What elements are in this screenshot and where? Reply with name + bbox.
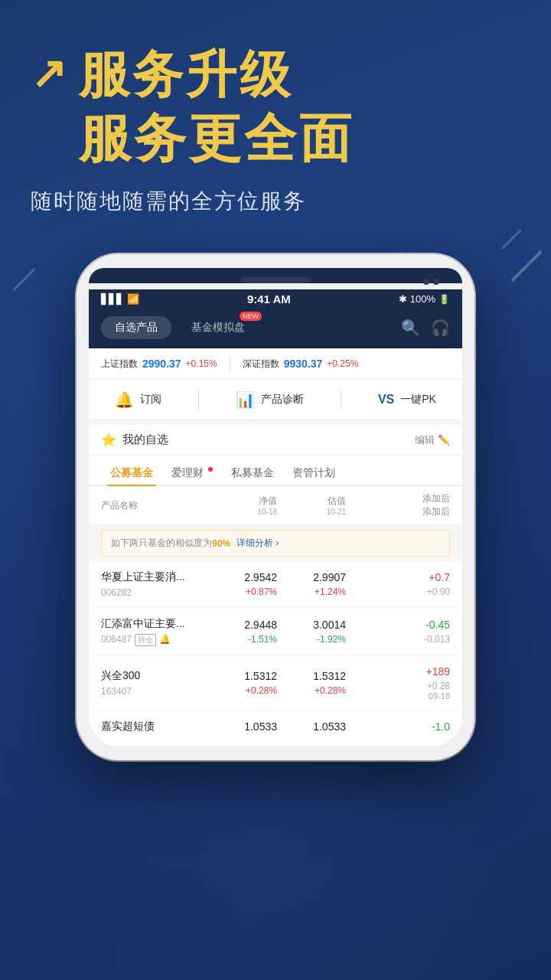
fund-info: 嘉实超短债 <box>101 720 208 737</box>
phone-speaker <box>241 277 310 283</box>
edit-icon: ✏️ <box>438 434 450 446</box>
phone-mockup: ▋▋▋ 📶 9:41 AM ✱ 100% 🔋 自选产品 基金模拟盘 NEW <box>61 254 490 760</box>
fund-row[interactable]: 汇添富中证主要... 006487持仓🔔 2.9448 -1.51% 3.001… <box>89 608 462 656</box>
action-row: 🔔 订阅 📊 产品诊断 VS 一键PK <box>89 380 462 420</box>
ticker-shanghai: 上证指数 2990.37 +0.15% <box>101 358 217 371</box>
wifi-icon: 📶 <box>127 293 139 305</box>
vs-icon: VS <box>378 393 394 407</box>
fund-row[interactable]: 华夏上证主要消... 006282 2.9542 +0.87% 2.9907 +… <box>89 561 462 608</box>
similarity-detail-link[interactable]: 详细分析 › <box>236 537 279 550</box>
fund-nav: 2.9542 +0.87% <box>208 571 277 597</box>
watchlist-icon: ⭐ <box>101 433 116 447</box>
battery-label: 100% <box>410 293 435 305</box>
nav-tab-watchlist[interactable]: 自选产品 <box>101 316 171 339</box>
fund-name: 嘉实超短债 <box>101 720 208 733</box>
fund-nav: 2.9448 -1.51% <box>208 619 277 645</box>
market-ticker: 上证指数 2990.37 +0.15% 深证指数 9930.37 +0.25% <box>89 348 462 380</box>
tab-private-fund[interactable]: 私募基金 <box>222 462 283 485</box>
nav-tab-fund-sim[interactable]: 基金模拟盘 NEW <box>178 316 259 339</box>
fund-type-tabs: 公募基金 爱理财 私募基金 资管计划 <box>89 456 462 486</box>
table-header: 产品名称 净值 10-18 估值 10-21 添加后 添加后 <box>89 486 462 525</box>
hero-icon: ↗ <box>31 52 67 95</box>
col-header-name: 产品名称 <box>101 499 208 512</box>
fund-code: 163407 <box>101 686 208 697</box>
fund-est: 2.9907 +1.24% <box>277 571 346 597</box>
action-pk[interactable]: VS 一键PK <box>378 393 436 407</box>
fund-code: 006487持仓🔔 <box>101 634 208 646</box>
headphone-icon[interactable]: 🎧 <box>431 318 450 337</box>
battery-icon: 🔋 <box>439 294 450 305</box>
fund-est: 3.0014 -1.92% <box>277 619 346 645</box>
tab-wealth-mgmt[interactable]: 爱理财 <box>162 462 222 485</box>
fund-change: -0.45 -0.013 <box>346 619 450 645</box>
ticker-divider <box>230 356 230 371</box>
fund-info: 华夏上证主要消... 006282 <box>101 570 208 598</box>
hero-title-line1: 服务升级 <box>79 46 354 104</box>
fund-nav: 1.5312 +0.28% <box>208 670 277 696</box>
phone-cameras <box>423 279 439 285</box>
fund-est: 1.0533 <box>277 720 346 736</box>
hero-subtitle: 随时随地随需的全方位服务 <box>31 187 520 216</box>
watchlist-edit-btn[interactable]: 编辑 ✏️ <box>415 433 450 447</box>
col-header-est: 估值 10-21 <box>277 495 346 516</box>
fund-info: 汇添富中证主要... 006487持仓🔔 <box>101 617 208 646</box>
fund-name: 兴全300 <box>101 669 208 683</box>
search-icon[interactable]: 🔍 <box>401 318 420 337</box>
fund-row[interactable]: 嘉实超短债 1.0533 1.0533 -1.0 <box>89 710 462 746</box>
action-subscribe[interactable]: 🔔 订阅 <box>115 390 161 409</box>
signal-icon: ▋▋▋ <box>101 293 124 305</box>
col-header-nav: 净值 10-18 <box>208 495 277 516</box>
fund-code: 006282 <box>101 587 208 598</box>
col-header-add: 添加后 添加后 <box>346 492 450 518</box>
app-nav: 自选产品 基金模拟盘 NEW 🔍 🎧 <box>89 312 462 348</box>
ticker-shenzhen: 深证指数 9930.37 +0.25% <box>243 358 359 371</box>
new-dot <box>208 467 213 472</box>
fund-change: +0.7 +0.90 <box>346 571 450 597</box>
fund-change: +189 +0.28 09-18 <box>346 665 450 701</box>
fund-info: 兴全300 163407 <box>101 669 208 697</box>
fund-est: 1.5312 +0.28% <box>277 670 346 696</box>
fund-rows-container: 华夏上证主要消... 006282 2.9542 +0.87% 2.9907 +… <box>89 561 462 746</box>
bell-icon: 🔔 <box>115 390 134 409</box>
new-badge: NEW <box>240 312 262 321</box>
hero-section: ↗ 服务升级 服务更全面 随时随地随需的全方位服务 <box>0 0 551 239</box>
status-bar: ▋▋▋ 📶 9:41 AM ✱ 100% 🔋 <box>89 289 462 312</box>
fund-name: 华夏上证主要消... <box>101 570 208 584</box>
hero-title-line2: 服务更全面 <box>79 108 354 168</box>
similarity-alert: 如下两只基金的相似度为 90% 详细分析 › <box>101 530 450 557</box>
fund-name: 汇添富中证主要... <box>101 617 208 631</box>
fund-nav: 1.0533 <box>208 720 277 736</box>
watchlist-header: ⭐ 我的自选 编辑 ✏️ <box>89 425 462 456</box>
tab-asset-mgmt[interactable]: 资管计划 <box>283 462 344 485</box>
fund-row[interactable]: 兴全300 163407 1.5312 +0.28% 1.5312 +0.28%… <box>89 656 462 710</box>
fund-change: -1.0 <box>346 720 450 736</box>
status-time: 9:41 AM <box>247 292 291 305</box>
tab-public-fund[interactable]: 公募基金 <box>101 462 162 485</box>
action-diagnose[interactable]: 📊 产品诊断 <box>236 390 304 409</box>
chart-icon: 📊 <box>236 390 255 409</box>
bluetooth-icon: ✱ <box>399 293 407 305</box>
